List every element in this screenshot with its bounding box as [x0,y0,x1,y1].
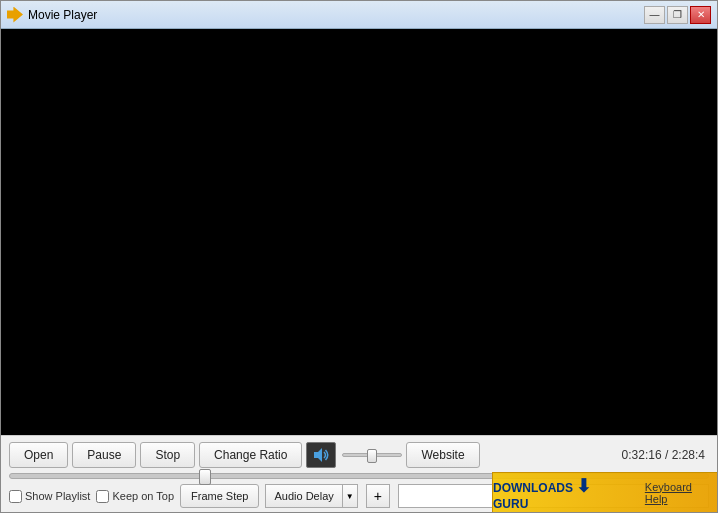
pause-button[interactable]: Pause [72,442,136,468]
show-playlist-item[interactable]: Show Playlist [9,490,90,503]
plus-button[interactable]: + [366,484,390,508]
time-display: 0:32:16 / 2:28:4 [622,448,709,462]
audio-delay-container: Audio Delay ▼ [265,484,357,508]
keep-on-top-item[interactable]: Keep on Top [96,490,174,503]
speaker-icon [311,445,331,465]
window-controls: — ❐ ✕ [644,6,711,24]
video-display [1,29,717,435]
downloads-logo: DOWNLOADS ⬇ GURU [493,475,629,511]
restore-button[interactable]: ❐ [667,6,688,24]
watermark-overlay: DOWNLOADS ⬇ GURU Keyboard Help [492,472,717,512]
controls-area: Open Pause Stop Change Ratio Website 0:3… [1,435,717,512]
title-bar: Movie Player — ❐ ✕ [1,1,717,29]
volume-slider-container[interactable] [342,453,402,457]
main-button-row: Open Pause Stop Change Ratio Website 0:3… [9,442,709,468]
stop-button[interactable]: Stop [140,442,195,468]
arrow-icon: ⬇ [576,476,591,496]
keep-on-top-label: Keep on Top [112,490,174,502]
audio-delay-button[interactable]: Audio Delay [265,484,341,508]
frame-step-button[interactable]: Frame Step [180,484,259,508]
show-playlist-label: Show Playlist [25,490,90,502]
open-button[interactable]: Open [9,442,68,468]
svg-marker-0 [314,448,322,462]
website-button[interactable]: Website [406,442,479,468]
keep-on-top-checkbox[interactable] [96,490,109,503]
show-playlist-checkbox[interactable] [9,490,22,503]
mute-button[interactable] [306,442,336,468]
minimize-button[interactable]: — [644,6,665,24]
seek-thumb[interactable] [199,469,211,485]
volume-track[interactable] [342,453,402,457]
app-icon [7,7,23,23]
keyboard-help-link[interactable]: Keyboard Help [645,481,717,505]
change-ratio-button[interactable]: Change Ratio [199,442,302,468]
audio-delay-dropdown[interactable]: ▼ [342,484,358,508]
volume-thumb[interactable] [367,449,377,463]
window-title: Movie Player [28,8,644,22]
close-button[interactable]: ✕ [690,6,711,24]
